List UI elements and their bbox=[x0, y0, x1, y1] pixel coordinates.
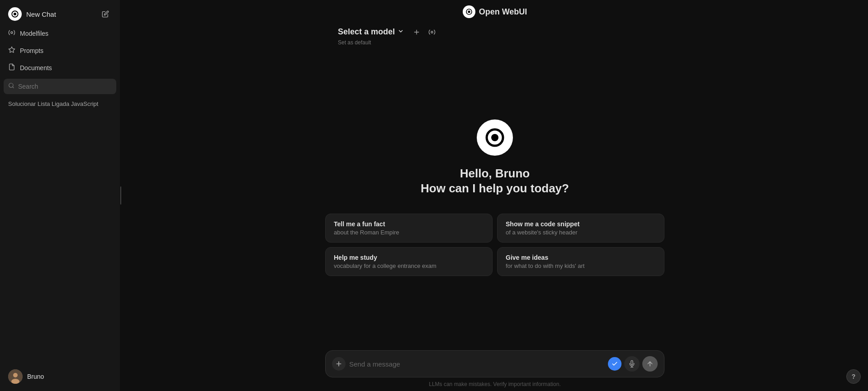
prompt-card-3-title: Help me study bbox=[334, 254, 484, 261]
sidebar-item-modelfiles[interactable]: Modelfiles bbox=[4, 25, 116, 42]
svg-point-10 bbox=[468, 10, 470, 13]
prompt-card-4-title: Give me ideas bbox=[506, 254, 656, 261]
search-icon bbox=[8, 82, 14, 91]
model-select-button[interactable]: Select a model bbox=[334, 25, 408, 38]
new-chat-button[interactable]: New Chat bbox=[4, 4, 116, 24]
search-box[interactable] bbox=[4, 79, 116, 94]
input-actions bbox=[608, 356, 658, 372]
user-name: Bruno bbox=[27, 373, 44, 380]
prompt-card-2[interactable]: Show me a code snippet of a website's st… bbox=[497, 214, 664, 243]
main-header: Open WebUI bbox=[122, 0, 868, 24]
new-chat-label: New Chat bbox=[26, 10, 56, 18]
svg-line-5 bbox=[13, 87, 14, 88]
main-content: Open WebUI Select a model bbox=[122, 0, 868, 391]
svg-point-13 bbox=[431, 31, 433, 33]
svg-marker-3 bbox=[9, 47, 14, 52]
prompt-card-3[interactable]: Help me study vocabulary for a college e… bbox=[325, 247, 493, 276]
app-title-link[interactable]: Open WebUI bbox=[463, 5, 527, 18]
svg-point-2 bbox=[11, 32, 13, 33]
message-input[interactable] bbox=[349, 360, 604, 368]
prompt-card-1-subtitle: about the Roman Empire bbox=[334, 229, 484, 236]
sidebar: New Chat Modelfiles Prompts bbox=[0, 0, 120, 391]
model-select-area: Select a model Set as d bbox=[122, 24, 868, 50]
disclaimer-text: LLMs can make mistakes. Verify important… bbox=[429, 381, 560, 387]
prompt-card-1-title: Tell me a fun fact bbox=[334, 220, 484, 228]
prompts-icon bbox=[8, 46, 15, 55]
history-item-label: Solucionar Lista Ligada JavaScript bbox=[8, 100, 98, 107]
prompt-card-4[interactable]: Give me ideas for what to do with my kid… bbox=[497, 247, 664, 276]
user-profile[interactable]: Bruno bbox=[4, 366, 116, 387]
sidebar-item-documents-label: Documents bbox=[20, 64, 52, 72]
app-name-label: Open WebUI bbox=[479, 7, 527, 17]
svg-point-1 bbox=[14, 13, 16, 15]
search-input[interactable] bbox=[18, 83, 112, 90]
prompt-card-4-subtitle: for what to do with my kids' art bbox=[506, 262, 656, 269]
input-mic-button[interactable] bbox=[624, 356, 640, 372]
prompt-card-2-title: Show me a code snippet bbox=[506, 220, 656, 228]
input-send-button[interactable] bbox=[642, 356, 658, 372]
sidebar-item-documents[interactable]: Documents bbox=[4, 60, 116, 76]
big-logo-icon bbox=[477, 119, 513, 156]
input-box bbox=[325, 350, 664, 377]
greeting-text: Hello, Bruno How can I help you today? bbox=[421, 167, 569, 196]
input-area: LLMs can make mistakes. Verify important… bbox=[122, 345, 868, 391]
prompt-card-3-subtitle: vocabulary for a college entrance exam bbox=[334, 262, 484, 269]
prompt-card-2-subtitle: of a website's sticky header bbox=[506, 229, 656, 236]
sidebar-item-prompts-label: Prompts bbox=[20, 47, 43, 54]
avatar bbox=[8, 369, 23, 384]
model-select-label: Select a model bbox=[338, 27, 395, 37]
header-logo-icon bbox=[463, 5, 475, 18]
history-item[interactable]: Solucionar Lista Ligada JavaScript bbox=[4, 97, 116, 111]
prompt-card-1[interactable]: Tell me a fun fact about the Roman Empir… bbox=[325, 214, 493, 243]
edit-icon-button[interactable] bbox=[99, 8, 112, 20]
chevron-down-icon bbox=[398, 27, 404, 37]
greeting-line1: Hello, Bruno bbox=[421, 167, 569, 181]
center-content: Hello, Bruno How can I help you today? T… bbox=[122, 50, 868, 345]
input-check-button[interactable] bbox=[608, 357, 621, 371]
svg-point-7 bbox=[13, 373, 18, 377]
model-settings-button[interactable] bbox=[426, 26, 438, 38]
documents-icon bbox=[8, 63, 15, 72]
prompt-cards-grid: Tell me a fun fact about the Roman Empir… bbox=[325, 214, 664, 276]
modelfiles-icon bbox=[8, 29, 15, 38]
help-button[interactable]: ? bbox=[846, 369, 861, 384]
sidebar-resize-handle[interactable] bbox=[120, 0, 122, 391]
logo-icon bbox=[8, 7, 22, 21]
input-plus-button[interactable] bbox=[332, 357, 346, 371]
model-add-button[interactable] bbox=[410, 26, 423, 38]
sidebar-item-modelfiles-label: Modelfiles bbox=[20, 30, 48, 37]
set-default-link[interactable]: Set as default bbox=[334, 38, 375, 47]
greeting-line2: How can I help you today? bbox=[421, 181, 569, 196]
sidebar-item-prompts[interactable]: Prompts bbox=[4, 43, 116, 59]
svg-point-15 bbox=[491, 134, 498, 141]
